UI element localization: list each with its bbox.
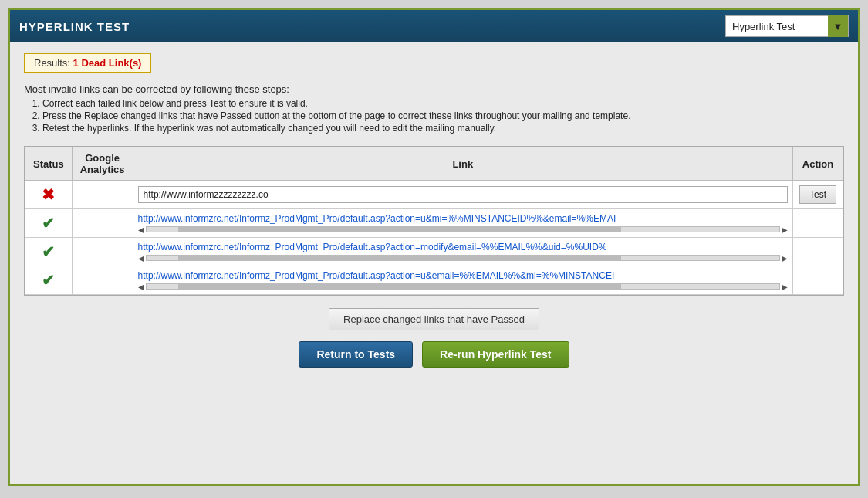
scroll-right-icon[interactable]: ▶: [782, 254, 788, 263]
link-display-4: http://www.informzrc.net/Informz_ProdMgm…: [138, 270, 788, 291]
ga-cell-3: [72, 238, 133, 266]
table-row: ✔ http://www.informzrc.net/Informz_ProdM…: [25, 238, 843, 266]
link-display-2: http://www.informzrc.net/Informz_ProdMgm…: [138, 213, 788, 234]
scroll-left-icon[interactable]: ◀: [138, 254, 144, 263]
pass-icon: ✔: [42, 243, 55, 260]
link-cell-2: http://www.informzrc.net/Informz_ProdMgm…: [133, 209, 792, 238]
fail-icon: ✖: [42, 186, 55, 203]
header-dropdown-label: Hyperlink Test: [726, 21, 828, 32]
scrollbar-2: ◀ ▶: [138, 225, 788, 234]
status-cell-3: ✔: [25, 238, 73, 266]
link-cell-1: [133, 181, 792, 209]
main-container: HYPERLINK TEST Hyperlink Test ▼ Results:…: [8, 8, 860, 486]
col-link: Link: [133, 147, 792, 181]
instruction-step-1: Correct each failed link below and press…: [42, 98, 844, 109]
table-row: ✖ Test: [25, 181, 843, 209]
link-input-1[interactable]: [138, 186, 788, 203]
test-button-1[interactable]: Test: [799, 185, 836, 204]
instructions: Most invalid links can be corrected by f…: [24, 83, 844, 134]
dropdown-arrow-icon[interactable]: ▼: [828, 15, 848, 37]
results-badge: Results: 1 Dead Link(s): [24, 53, 151, 73]
link-cell-4: http://www.informzrc.net/Informz_ProdMgm…: [133, 266, 792, 295]
links-table: Status Google Analytics Link Action ✖: [25, 147, 843, 295]
table-row: ✔ http://www.informzrc.net/Informz_ProdM…: [25, 209, 843, 238]
scrollbar-track[interactable]: [146, 226, 780, 232]
status-cell-4: ✔: [25, 266, 73, 295]
link-text-2: http://www.informzrc.net/Informz_ProdMgm…: [138, 213, 663, 224]
link-text-3: http://www.informzrc.net/Informz_ProdMgm…: [138, 242, 663, 252]
table-header-row: Status Google Analytics Link Action: [25, 147, 843, 181]
col-ga: Google Analytics: [72, 147, 133, 181]
results-label: Results:: [34, 57, 70, 69]
action-cell-4: [792, 266, 843, 295]
rerun-button[interactable]: Re-run Hyperlink Test: [422, 341, 569, 368]
instruction-step-2: Press the Replace changed links that hav…: [42, 110, 844, 121]
scrollbar-track[interactable]: [146, 255, 780, 261]
scrollbar-thumb: [178, 256, 621, 260]
action-cell-3: [792, 238, 843, 266]
action-cell-1: Test: [792, 181, 843, 209]
ga-cell-1: [72, 181, 133, 209]
scrollbar-4: ◀ ▶: [138, 283, 788, 291]
scroll-right-icon[interactable]: ▶: [782, 283, 788, 291]
instructions-list: Correct each failed link below and press…: [42, 98, 844, 134]
scroll-right-icon[interactable]: ▶: [782, 225, 788, 234]
content-area: Results: 1 Dead Link(s) Most invalid lin…: [10, 42, 858, 378]
replace-button[interactable]: Replace changed links that have Passed: [329, 308, 539, 330]
pass-icon: ✔: [42, 272, 55, 289]
bottom-section: Replace changed links that have Passed R…: [24, 308, 844, 368]
link-display-3: http://www.informzrc.net/Informz_ProdMgm…: [138, 242, 788, 263]
scrollbar-thumb: [178, 227, 621, 232]
results-value: 1 Dead Link(s): [73, 57, 142, 69]
scroll-left-icon[interactable]: ◀: [138, 283, 144, 291]
link-cell-3: http://www.informzrc.net/Informz_ProdMgm…: [133, 238, 792, 266]
table-row: ✔ http://www.informzrc.net/Informz_ProdM…: [25, 266, 843, 295]
table-body: ✖ Test ✔: [25, 181, 843, 295]
header-title: HYPERLINK TEST: [19, 20, 130, 33]
action-cell-2: [792, 209, 843, 238]
scroll-left-icon[interactable]: ◀: [138, 225, 144, 234]
scrollbar-track[interactable]: [146, 283, 780, 290]
ga-cell-4: [72, 266, 133, 295]
header: HYPERLINK TEST Hyperlink Test ▼: [10, 10, 858, 42]
status-cell-1: ✖: [25, 181, 73, 209]
scrollbar-3: ◀ ▶: [138, 254, 788, 263]
status-cell-2: ✔: [25, 209, 73, 238]
return-to-tests-button[interactable]: Return to Tests: [299, 341, 413, 368]
instructions-intro: Most invalid links can be corrected by f…: [24, 83, 844, 95]
col-status: Status: [25, 147, 73, 181]
ga-cell-2: [72, 209, 133, 238]
header-dropdown[interactable]: Hyperlink Test ▼: [725, 15, 849, 37]
col-action: Action: [792, 147, 843, 181]
links-table-wrap: Status Google Analytics Link Action ✖: [24, 146, 844, 296]
action-buttons: Return to Tests Re-run Hyperlink Test: [299, 341, 569, 368]
link-text-4: http://www.informzrc.net/Informz_ProdMgm…: [138, 270, 663, 281]
pass-icon: ✔: [42, 215, 55, 232]
scrollbar-thumb: [178, 284, 621, 289]
instruction-step-3: Retest the hyperlinks. If the hyperlink …: [42, 123, 844, 134]
